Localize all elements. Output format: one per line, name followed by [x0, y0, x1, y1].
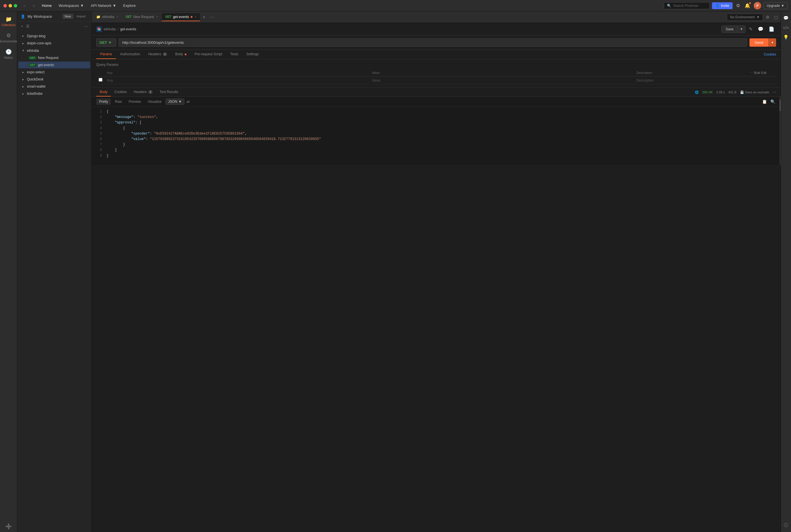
comment-icon-button[interactable]: 💬 [756, 25, 765, 33]
sidebar-item-environments[interactable]: ⚙ Environments [2, 30, 16, 45]
bulk-edit-button[interactable]: ⋯ Bulk Edit [750, 71, 766, 74]
lightbulb-panel-button[interactable]: 💡 [781, 33, 790, 41]
collection-icon: 📚 [96, 26, 102, 32]
req-tab-params[interactable]: Params [96, 50, 116, 59]
tree-item-quickdesk[interactable]: ► QuickDesk [18, 76, 90, 83]
tab-ethindia[interactable]: 📁 ethindia × [93, 13, 122, 21]
back-button[interactable]: ← [22, 3, 28, 8]
req-tab-settings[interactable]: Settings [242, 50, 263, 59]
add-tab-button[interactable]: + [201, 14, 208, 21]
send-dropdown-button[interactable]: ▼ [768, 38, 776, 47]
fmt-tab-raw[interactable]: Raw [112, 98, 125, 105]
document-icon-button[interactable]: 📄 [767, 25, 776, 33]
send-button[interactable]: Send [750, 38, 768, 47]
filter-button[interactable]: ☰ [25, 23, 30, 29]
fmt-tab-preview[interactable]: Preview [126, 98, 144, 105]
env-settings-button[interactable]: ⚙ [764, 14, 771, 21]
tree-item-dolpin[interactable]: ► dolpin-core-apis [18, 40, 90, 47]
avatar[interactable]: P [754, 2, 761, 10]
method-badge-get: GET [29, 56, 36, 60]
resp-tab-headers[interactable]: Headers 8 [130, 88, 156, 96]
nav-home[interactable]: Home [39, 2, 55, 9]
close-tab-new-request[interactable]: × [156, 15, 158, 18]
star-button-ethindia[interactable]: ★ [77, 49, 81, 53]
response-more-button[interactable]: ⋯ [773, 90, 776, 94]
close-tab-get-events[interactable]: × [195, 15, 196, 18]
param-description-input[interactable] [637, 78, 774, 82]
req-tab-tests[interactable]: Tests [226, 50, 242, 59]
resp-tab-cookies[interactable]: Cookies [111, 88, 130, 96]
close-traffic-light[interactable] [3, 4, 7, 7]
environments-icon: ⚙ [6, 32, 11, 39]
req-tab-headers[interactable]: Headers 8 [144, 50, 171, 59]
tree-item-tickethobe[interactable]: ► tickethobe [18, 90, 90, 97]
param-value-input[interactable] [372, 78, 632, 82]
format-selector[interactable]: JSON ▼ [166, 98, 185, 105]
minimize-traffic-light[interactable] [8, 4, 12, 7]
params-checkbox-header [96, 69, 105, 76]
upgrade-button[interactable]: Upgrade ▼ [764, 2, 788, 9]
chevron-down-icon: ▼ [178, 100, 182, 103]
notification-dot [749, 2, 751, 4]
param-key-input[interactable] [107, 78, 367, 82]
forward-button[interactable]: → [30, 3, 37, 8]
req-tab-body[interactable]: Body [171, 50, 191, 59]
fmt-tab-visualize[interactable]: Visualize [145, 98, 164, 105]
req-tab-pre-request[interactable]: Pre-request Script [190, 50, 226, 59]
notifications-button[interactable]: 🔔 [743, 2, 752, 10]
tab-get-events[interactable]: GET get-events × [162, 13, 200, 21]
search-button[interactable]: 🔍 [770, 98, 776, 105]
settings-button[interactable]: ⚙ [735, 2, 741, 10]
tree-item-smart-wallet[interactable]: ► smart-wallet [18, 83, 90, 90]
import-button[interactable]: Import [74, 14, 88, 19]
nav-workspaces[interactable]: Workspaces ▼ [56, 2, 87, 9]
sidebar-item-mock[interactable]: ➕ [2, 521, 16, 532]
close-tab-ethindia[interactable]: × [116, 15, 118, 18]
more-button-django[interactable]: ⋯ [82, 34, 87, 38]
tree-item-django-blog[interactable]: ► Django-blog ★ ⋯ [18, 32, 90, 39]
word-wrap-button[interactable]: ⇄ [186, 98, 191, 105]
url-input[interactable] [118, 38, 747, 47]
environment-dropdown[interactable]: No Environment ▼ [727, 14, 763, 21]
nav-api-network[interactable]: API Network ▼ [88, 2, 119, 9]
fullscreen-traffic-light[interactable] [14, 4, 17, 7]
star-button-django[interactable]: ★ [77, 34, 81, 38]
sidebar-item-collections[interactable]: 📁 Collections [2, 14, 16, 29]
cookies-link[interactable]: Cookies [764, 52, 776, 56]
save-as-example-button[interactable]: 💾 Save as example [740, 91, 769, 94]
tree-item-new-request[interactable]: GET New Request [18, 54, 90, 61]
more-options-button[interactable]: ⋯ [83, 23, 89, 29]
resp-tab-body[interactable]: Body [96, 88, 111, 96]
tree-item-ethindia[interactable]: ▼ ethindia ★ ⋯ [18, 47, 90, 54]
invite-button[interactable]: 👤 Invite [712, 2, 733, 9]
info-panel-button[interactable]: ⓘ [782, 521, 790, 530]
comments-panel-button[interactable]: 💬 [781, 14, 790, 22]
sidebar-item-history[interactable]: 🕐 History [2, 46, 16, 61]
copy-button[interactable]: 📋 [761, 98, 768, 105]
edit-icon-button[interactable]: ✎ [747, 25, 754, 33]
tree-item-expo-select[interactable]: ► expo-select [18, 69, 90, 76]
req-tab-authorization[interactable]: Authorization [116, 50, 144, 59]
tree-item-get-events[interactable]: GET get-events [18, 61, 90, 69]
vertical-scrollbar[interactable] [779, 97, 781, 165]
resp-tab-test-results[interactable]: Test Results [156, 88, 182, 96]
param-checkbox[interactable] [98, 78, 102, 82]
method-selector[interactable]: GET ▼ [96, 38, 116, 47]
secondary-panel-button[interactable]: ▢ [772, 14, 779, 21]
code-line-4: 4 { [96, 126, 776, 131]
folder-icon: 📁 [96, 15, 100, 19]
add-item-button[interactable]: + [20, 23, 24, 29]
code-panel-button[interactable]: </> [781, 23, 791, 32]
fmt-tab-pretty[interactable]: Pretty [96, 98, 111, 105]
app-body: 📁 Collections ⚙ Environments 🕐 History ➕… [0, 12, 791, 532]
save-button[interactable]: Save [722, 26, 737, 33]
nav-explore[interactable]: Explore [120, 2, 138, 9]
chevron-down-icon: ▼ [22, 49, 25, 52]
tab-new-request[interactable]: GET New Request × [122, 13, 161, 21]
code-line-7: 7 } [96, 142, 776, 148]
search-bar[interactable]: 🔍 Search Postman [664, 2, 710, 9]
more-tabs-button[interactable]: ⋯ [208, 14, 215, 20]
more-button-ethindia[interactable]: ⋯ [82, 49, 87, 53]
new-collection-button[interactable]: New [62, 14, 73, 19]
save-dropdown-button[interactable]: ▼ [737, 26, 745, 33]
